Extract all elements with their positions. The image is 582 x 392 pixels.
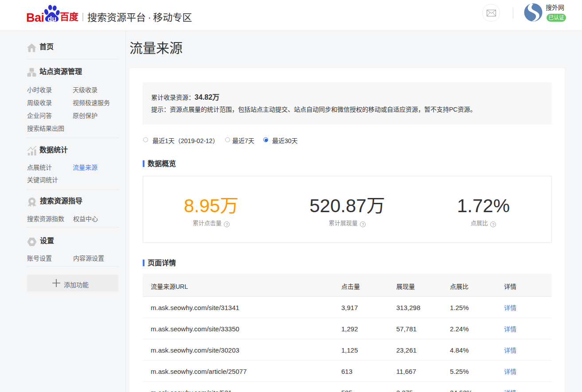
svg-text:du: du [48, 15, 57, 23]
svg-text:Bai: Bai [26, 11, 44, 24]
svg-text:百度: 百度 [60, 12, 78, 22]
